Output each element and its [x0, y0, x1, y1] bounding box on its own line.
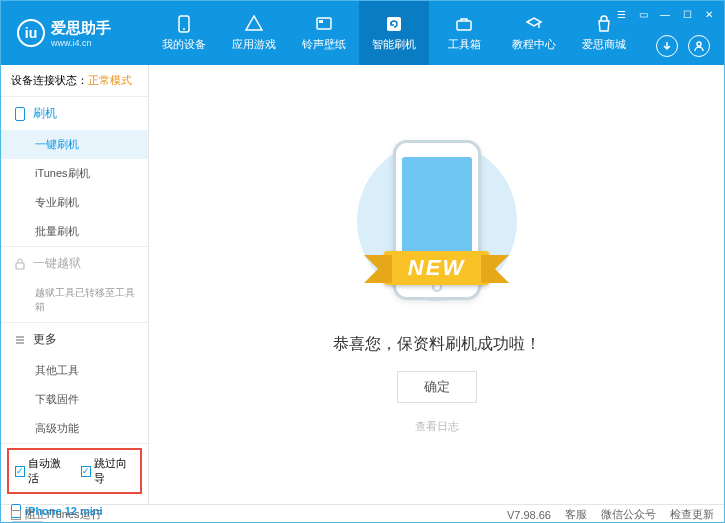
- hat-icon: [524, 14, 544, 34]
- svg-point-1: [183, 28, 185, 30]
- sidebar-item-oneclick[interactable]: 一键刷机: [1, 130, 148, 159]
- checkbox-highlight-area: ✓ 自动激活 ✓ 跳过向导: [7, 448, 142, 494]
- new-ribbon: NEW: [384, 251, 489, 285]
- sidebar-head-label: 一键越狱: [33, 255, 81, 272]
- minimize-icon[interactable]: —: [658, 7, 672, 21]
- nav-label: 智能刷机: [372, 37, 416, 52]
- main-nav: 我的设备 应用游戏 铃声壁纸 智能刷机 工具箱 教程中心 爱思商城: [149, 1, 639, 65]
- checkbox-label: 自动激活: [28, 456, 68, 486]
- phone-icon: [13, 107, 27, 121]
- jailbreak-note: 越狱工具已转移至工具箱: [1, 280, 148, 322]
- block-itunes-checkbox[interactable]: 阻止iTunes运行: [11, 507, 102, 522]
- success-illustration: NEW: [352, 136, 522, 316]
- logo-icon: iu: [17, 19, 45, 47]
- refresh-icon: [384, 14, 404, 34]
- success-message: 恭喜您，保资料刷机成功啦！: [333, 334, 541, 355]
- skin-icon[interactable]: ▭: [636, 7, 650, 21]
- checkbox-auto-activate[interactable]: ✓ 自动激活: [15, 456, 69, 486]
- bag-icon: [594, 14, 614, 34]
- svg-rect-3: [319, 20, 323, 23]
- sidebar-head-more[interactable]: 更多: [1, 323, 148, 356]
- download-button[interactable]: [656, 35, 678, 57]
- version-text: V7.98.66: [507, 509, 551, 521]
- nav-label: 应用游戏: [232, 37, 276, 52]
- sidebar-head-flash[interactable]: 刷机: [1, 97, 148, 130]
- device-icon: [174, 14, 194, 34]
- nav-ringtone[interactable]: 铃声壁纸: [289, 1, 359, 65]
- svg-point-6: [697, 42, 701, 46]
- toolbox-icon: [454, 14, 474, 34]
- footer-service[interactable]: 客服: [565, 507, 587, 522]
- app-title: 爱思助手: [51, 19, 111, 38]
- main-content: NEW 恭喜您，保资料刷机成功啦！ 确定 查看日志: [149, 65, 724, 504]
- sidebar-item-itunes[interactable]: iTunes刷机: [1, 159, 148, 188]
- window-controls: ☰ ▭ — ☐ ✕: [614, 7, 716, 21]
- checkbox-label: 跳过向导: [94, 456, 134, 486]
- wallpaper-icon: [314, 14, 334, 34]
- conn-status: 正常模式: [88, 74, 132, 86]
- svg-rect-5: [457, 21, 471, 30]
- sidebar-item-pro[interactable]: 专业刷机: [1, 188, 148, 217]
- nav-label: 铃声壁纸: [302, 37, 346, 52]
- checkbox-skip-guide[interactable]: ✓ 跳过向导: [81, 456, 135, 486]
- maximize-icon[interactable]: ☐: [680, 7, 694, 21]
- nav-label: 教程中心: [512, 37, 556, 52]
- svg-rect-4: [387, 17, 401, 31]
- logo-area: iu 爱思助手 www.i4.cn: [1, 19, 149, 48]
- sidebar-head-jailbreak[interactable]: 一键越狱: [1, 247, 148, 280]
- close-icon[interactable]: ✕: [702, 7, 716, 21]
- sidebar-item-othertools[interactable]: 其他工具: [1, 356, 148, 385]
- nav-toolbox[interactable]: 工具箱: [429, 1, 499, 65]
- nav-smart-flash[interactable]: 智能刷机: [359, 1, 429, 65]
- user-button[interactable]: [688, 35, 710, 57]
- nav-apps[interactable]: 应用游戏: [219, 1, 289, 65]
- nav-label: 工具箱: [448, 37, 481, 52]
- svg-rect-7: [16, 263, 24, 269]
- checkbox-icon: [11, 510, 21, 520]
- menu-icon[interactable]: ☰: [614, 7, 628, 21]
- sidebar: 设备连接状态：正常模式 刷机 一键刷机 iTunes刷机 专业刷机 批量刷机 一…: [1, 65, 149, 504]
- app-header: iu 爱思助手 www.i4.cn 我的设备 应用游戏 铃声壁纸 智能刷机 工具…: [1, 1, 724, 65]
- app-subtitle: www.i4.cn: [51, 38, 111, 48]
- nav-label: 我的设备: [162, 37, 206, 52]
- footer-wechat[interactable]: 微信公众号: [601, 507, 656, 522]
- conn-label: 设备连接状态：: [11, 74, 88, 86]
- more-icon: [13, 333, 27, 347]
- connection-status-row: 设备连接状态：正常模式: [1, 65, 148, 97]
- sidebar-item-batch[interactable]: 批量刷机: [1, 217, 148, 246]
- view-log-link[interactable]: 查看日志: [415, 419, 459, 434]
- nav-tutorial[interactable]: 教程中心: [499, 1, 569, 65]
- sidebar-item-firmware[interactable]: 下载固件: [1, 385, 148, 414]
- nav-label: 爱思商城: [582, 37, 626, 52]
- lock-icon: [13, 257, 27, 271]
- svg-rect-2: [317, 18, 331, 29]
- ok-button[interactable]: 确定: [397, 371, 477, 403]
- sidebar-item-advanced[interactable]: 高级功能: [1, 414, 148, 443]
- checkbox-icon: ✓: [15, 466, 25, 477]
- checkbox-icon: ✓: [81, 466, 91, 477]
- sidebar-head-label: 刷机: [33, 105, 57, 122]
- nav-my-device[interactable]: 我的设备: [149, 1, 219, 65]
- apps-icon: [244, 14, 264, 34]
- checkbox-label: 阻止iTunes运行: [25, 507, 102, 522]
- sidebar-head-label: 更多: [33, 331, 57, 348]
- footer-update[interactable]: 检查更新: [670, 507, 714, 522]
